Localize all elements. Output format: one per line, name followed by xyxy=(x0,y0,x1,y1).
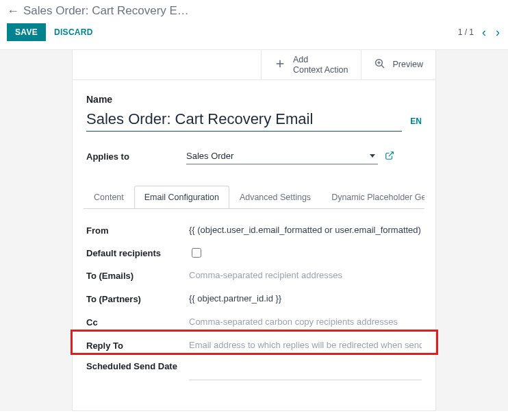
pager-next-icon[interactable]: › xyxy=(494,26,501,38)
from-input[interactable] xyxy=(189,223,422,238)
action-bar: SAVE DISCARD 1 / 1 ‹ › xyxy=(0,21,508,49)
pager: 1 / 1 ‹ › xyxy=(458,26,501,38)
preview-button[interactable]: Preview xyxy=(361,50,435,79)
pager-count: 1 / 1 xyxy=(458,27,474,37)
applies-to-select[interactable]: Sales Order xyxy=(186,148,378,164)
row-cc: Cc xyxy=(86,310,422,334)
save-button[interactable]: SAVE xyxy=(7,23,46,41)
tabs: Content Email Configuration Advanced Set… xyxy=(84,185,424,209)
row-reply-to: Reply To xyxy=(86,334,422,357)
button-box-spacer xyxy=(73,50,262,79)
scheduled-send-input[interactable] xyxy=(189,361,422,376)
tab-content[interactable]: Content xyxy=(84,186,134,209)
applies-to-label: Applies to xyxy=(86,151,186,162)
language-button[interactable]: EN xyxy=(410,116,422,132)
button-box: AddContext Action Preview xyxy=(73,50,435,80)
to-partners-input[interactable] xyxy=(189,291,422,306)
plus-icon xyxy=(274,58,286,72)
reply-to-label: Reply To xyxy=(86,341,189,351)
to-emails-label: To (Emails) xyxy=(86,271,189,281)
row-from: From xyxy=(86,219,422,242)
to-emails-input[interactable] xyxy=(189,268,422,283)
tab-dynamic-placeholder[interactable]: Dynamic Placeholder Generator xyxy=(321,186,424,209)
from-label: From xyxy=(86,225,189,236)
preview-label: Preview xyxy=(393,60,423,70)
tab-advanced-settings[interactable]: Advanced Settings xyxy=(229,186,321,209)
caret-down-icon xyxy=(370,154,375,158)
row-default-recipients: Default recipients xyxy=(86,242,422,264)
scheduled-send-label: Scheduled Send Date xyxy=(86,361,189,371)
cc-input[interactable] xyxy=(189,314,422,330)
row-to-partners: To (Partners) xyxy=(86,287,422,310)
back-arrow-icon[interactable]: ← xyxy=(7,5,19,17)
svg-line-3 xyxy=(381,65,384,68)
external-link-icon[interactable] xyxy=(385,151,394,162)
form-body: Name EN Applies to Sales Order xyxy=(73,80,435,398)
to-partners-label: To (Partners) xyxy=(86,294,189,304)
breadcrumb-bar: ← Sales Order: Cart Recovery E… xyxy=(0,0,508,21)
magnify-plus-icon xyxy=(374,58,386,72)
cc-label: Cc xyxy=(86,317,189,328)
name-label: Name xyxy=(86,94,422,105)
default-recipients-checkbox[interactable] xyxy=(192,248,201,258)
tab-content-panel: From Default recipients To (Emails) To (… xyxy=(86,209,422,398)
row-scheduled-send: Scheduled Send Date xyxy=(86,357,422,384)
form-sheet: AddContext Action Preview Name EN xyxy=(72,50,436,411)
main-area: AddContext Action Preview Name EN xyxy=(0,50,508,411)
add-context-label: AddContext Action xyxy=(293,55,348,75)
applies-to-value: Sales Order xyxy=(186,151,367,161)
tab-email-configuration[interactable]: Email Configuration xyxy=(134,186,229,209)
pager-prev-icon[interactable]: ‹ xyxy=(481,26,487,38)
svg-line-6 xyxy=(389,151,393,156)
breadcrumb-title: Sales Order: Cart Recovery E… xyxy=(23,4,189,18)
name-input[interactable] xyxy=(86,109,402,132)
add-context-action-button[interactable]: AddContext Action xyxy=(262,50,361,79)
reply-to-input[interactable] xyxy=(189,338,422,353)
row-to-emails: To (Emails) xyxy=(86,264,422,287)
default-recipients-label: Default recipients xyxy=(86,248,189,258)
discard-button[interactable]: DISCARD xyxy=(46,23,101,41)
